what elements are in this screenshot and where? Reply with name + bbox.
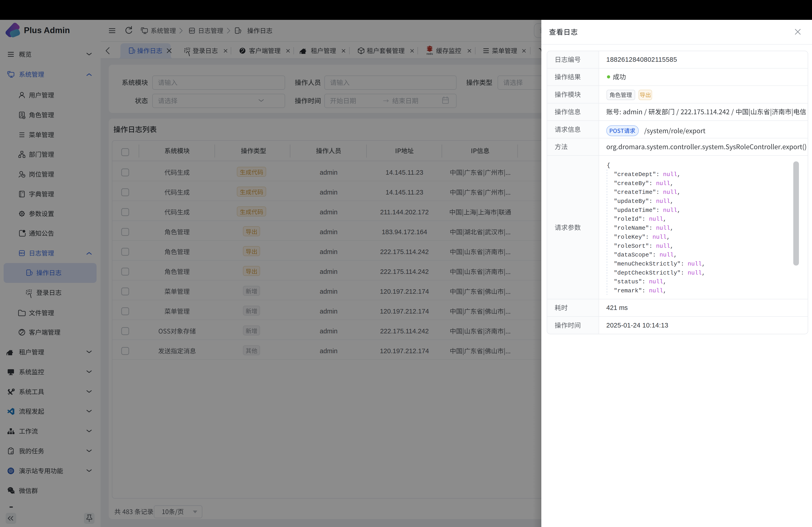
svg-text:"roleKey":: "roleKey":: [614, 234, 649, 241]
svg-text:null: null: [656, 198, 670, 205]
svg-text:"dataScope":: "dataScope":: [614, 252, 656, 258]
svg-text:null: null: [688, 260, 702, 267]
svg-text:,: ,: [670, 243, 674, 250]
svg-text:,: ,: [663, 287, 667, 294]
svg-text:null: null: [649, 278, 663, 285]
svg-text:2025-01-24 10:14:13: 2025-01-24 10:14:13: [606, 322, 668, 329]
svg-text:"roleId":: "roleId":: [614, 216, 645, 223]
svg-text:"roleName":: "roleName":: [614, 225, 653, 231]
svg-text:null: null: [688, 270, 702, 276]
svg-text:,: ,: [677, 207, 681, 214]
svg-text:"createDept":: "createDept":: [614, 171, 659, 178]
svg-text:,: ,: [702, 260, 705, 267]
svg-text:null: null: [656, 180, 670, 187]
svg-text:null: null: [663, 189, 677, 196]
svg-text:,: ,: [702, 270, 705, 276]
svg-text:"remark":: "remark":: [614, 287, 645, 294]
svg-text:,: ,: [670, 198, 674, 205]
svg-text:null: null: [653, 234, 667, 241]
svg-text:null: null: [659, 252, 673, 258]
svg-text:,: ,: [663, 216, 667, 223]
svg-text:421 ms: 421 ms: [606, 304, 628, 311]
svg-text:null: null: [663, 171, 677, 178]
svg-text:,: ,: [677, 189, 681, 196]
svg-text:null: null: [656, 225, 670, 231]
svg-text:,: ,: [670, 180, 674, 187]
svg-text:"status":: "status":: [614, 278, 645, 285]
svg-text:"updateBy":: "updateBy":: [614, 198, 653, 205]
svg-text:,: ,: [673, 252, 677, 258]
svg-text:"deptCheckStrictly":: "deptCheckStrictly":: [614, 270, 684, 276]
svg-text:"createBy":: "createBy":: [614, 180, 653, 187]
svg-text:null: null: [663, 207, 677, 214]
svg-text:null: null: [649, 216, 663, 223]
svg-text:,: ,: [677, 171, 681, 178]
svg-text:null: null: [649, 287, 663, 294]
svg-text:{: {: [607, 162, 610, 169]
svg-text:1882612840802115585: 1882612840802115585: [606, 56, 677, 63]
svg-text:"createTime":: "createTime":: [614, 189, 659, 196]
svg-text:"updateTime":: "updateTime":: [614, 207, 659, 214]
svg-text:"roleSort":: "roleSort":: [614, 243, 653, 250]
svg-text:,: ,: [663, 278, 667, 285]
svg-text:null: null: [656, 243, 670, 250]
svg-text:,: ,: [667, 234, 670, 241]
svg-text:,: ,: [670, 225, 674, 231]
svg-text:"menuCheckStrictly":: "menuCheckStrictly":: [614, 260, 684, 267]
